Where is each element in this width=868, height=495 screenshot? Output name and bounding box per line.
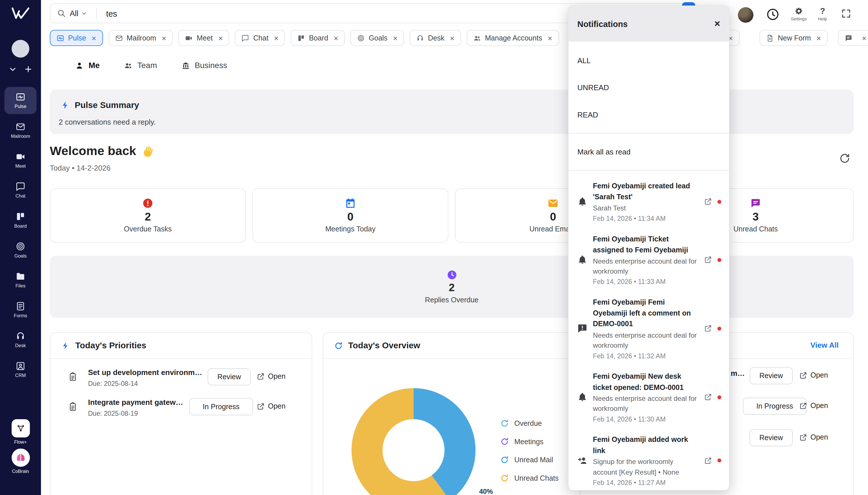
flow-plus-button[interactable]: Flow+ <box>12 419 30 445</box>
sidebar-item-files[interactable]: Files <box>4 267 36 293</box>
view-all-link[interactable]: View All <box>810 341 838 349</box>
todays-priorities-card: Today's Priorities Set up development en… <box>50 332 312 495</box>
user-avatar[interactable] <box>738 7 753 23</box>
tab-chat[interactable]: Chat × <box>235 30 285 46</box>
unread-dot <box>717 200 721 203</box>
status-button[interactable]: In Progress <box>189 398 253 415</box>
close-icon[interactable]: × <box>393 34 398 42</box>
open-link[interactable]: Open <box>799 371 828 379</box>
external-link-icon <box>799 371 807 379</box>
workspace-avatar[interactable] <box>12 40 29 58</box>
priority-row: Set up development environm… Due: 2025-0… <box>50 365 311 396</box>
subnav-business[interactable]: Business <box>181 61 227 70</box>
help-icon: ? <box>820 6 825 16</box>
bell-icon <box>577 197 587 207</box>
sidebar-item-crm[interactable]: CRM <box>4 356 36 383</box>
external-link-icon[interactable] <box>704 393 712 401</box>
close-icon[interactable]: × <box>334 34 338 42</box>
external-link-icon[interactable] <box>704 256 712 263</box>
pulse-icon <box>56 34 64 42</box>
external-link-icon[interactable] <box>704 325 712 332</box>
bell-icon <box>577 392 587 402</box>
open-link[interactable]: Open <box>257 402 285 410</box>
tab-pulse[interactable]: Pulse × <box>50 30 103 46</box>
close-icon[interactable]: × <box>218 34 223 42</box>
tab-partial[interactable]: × <box>838 30 868 46</box>
notification-item[interactable]: Femi Oyebamiji created lead 'Sarah Test'… <box>569 175 729 228</box>
mark-all-read-button[interactable]: Mark all as read <box>569 134 729 170</box>
tab-meet[interactable]: Meet × <box>178 30 230 46</box>
tab-new-form[interactable]: New Form × <box>760 30 828 46</box>
close-icon[interactable]: × <box>817 34 821 42</box>
cobrain-button[interactable]: CoBrain <box>12 448 30 474</box>
external-link-icon[interactable] <box>704 457 712 464</box>
close-icon[interactable]: × <box>862 34 867 42</box>
subnav-team[interactable]: Team <box>124 61 157 70</box>
tab-desk[interactable]: Desk × <box>410 30 461 46</box>
sidebar-item-desk[interactable]: Desk <box>4 326 36 354</box>
divider <box>96 8 97 19</box>
comment-icon <box>577 324 587 334</box>
sidebar-item-forms[interactable]: Forms <box>4 296 36 324</box>
stat-card-overdue-tasks[interactable]: 2 Overdue Tasks <box>50 188 246 243</box>
close-icon[interactable]: × <box>162 34 167 42</box>
card-title: Today's Overview <box>348 341 420 351</box>
tab-goals[interactable]: Goals × <box>350 30 404 46</box>
sidebar-item-mailroom[interactable]: Mailroom <box>4 117 36 144</box>
open-link[interactable]: Open <box>257 372 285 380</box>
subnav-me[interactable]: Me <box>75 61 100 70</box>
fullscreen-button[interactable] <box>841 9 851 18</box>
sidebar-item-meet[interactable]: Meet <box>4 147 36 174</box>
external-link-icon[interactable] <box>704 198 712 206</box>
legend-overdue: Overdue <box>500 417 542 429</box>
history-icon <box>765 7 780 21</box>
app-logo-icon[interactable] <box>11 5 31 21</box>
sidebar-item-chat[interactable]: Chat <box>4 176 36 204</box>
replies-overdue-card: 2 Replies Overdue <box>50 256 854 318</box>
settings-button[interactable]: Settings <box>789 6 809 21</box>
close-icon[interactable]: × <box>450 34 455 42</box>
open-link[interactable]: Open <box>799 433 828 441</box>
notification-item[interactable]: Femi Oyebamiji added work link Signup fo… <box>569 429 729 490</box>
external-link-icon <box>257 402 265 410</box>
stat-card-meetings-today[interactable]: 0 Meetings Today <box>252 188 448 243</box>
open-link[interactable]: Open <box>799 402 828 410</box>
target-icon <box>357 34 365 42</box>
assistant-button[interactable] <box>765 7 780 21</box>
people-icon <box>124 61 132 69</box>
tab-board[interactable]: Board × <box>291 30 345 46</box>
chevron-down-icon[interactable] <box>9 66 17 73</box>
sidebar-item-pulse[interactable]: Pulse <box>4 87 36 114</box>
search-scope-dropdown[interactable]: All <box>70 9 87 18</box>
status-button[interactable]: In Progress <box>743 398 806 415</box>
filter-unread[interactable]: UNREAD <box>569 74 729 101</box>
filter-all[interactable]: ALL <box>569 47 729 74</box>
close-icon[interactable]: × <box>548 34 552 42</box>
tab-mailroom[interactable]: Mailroom × <box>108 30 173 46</box>
notification-item[interactable]: Femi Oyebamiji Ticket assigned to Femi O… <box>569 228 729 291</box>
stat-label: Replies Overdue <box>425 296 479 304</box>
add-icon[interactable] <box>24 66 32 73</box>
notification-list: Femi Oyebamiji created lead 'Sarah Test'… <box>569 171 729 491</box>
refresh-icon[interactable] <box>839 153 850 164</box>
sidebar-item-goals[interactable]: Goals <box>4 236 36 263</box>
status-button[interactable]: Review <box>208 368 250 385</box>
close-icon[interactable]: × <box>91 34 96 42</box>
tab-manage-accounts[interactable]: Manage Accounts × <box>467 30 559 46</box>
task-due-date: Due: 2025-08-14 <box>88 380 138 388</box>
search-input[interactable] <box>106 8 283 18</box>
sidebar-item-board[interactable]: Board <box>4 206 36 234</box>
stat-value: 0 <box>347 210 353 223</box>
notification-item[interactable]: Femi Oyebamiji Femi Oyebamiji left a com… <box>569 291 729 365</box>
priority-row: Integrate payment gatew… Due: 2025-08-19… <box>50 395 311 426</box>
status-button[interactable]: Review <box>749 429 793 446</box>
close-icon[interactable]: × <box>714 19 720 29</box>
flow-icon <box>16 424 25 433</box>
notification-item[interactable]: Femi Oyebamiji New desk ticket opened: D… <box>569 365 729 429</box>
help-button[interactable]: ? Help <box>815 6 830 21</box>
status-button[interactable]: Review <box>749 367 793 385</box>
close-icon[interactable]: × <box>274 34 279 42</box>
mail-icon <box>16 122 25 132</box>
person-add-icon <box>577 455 587 465</box>
filter-read[interactable]: READ <box>569 101 729 129</box>
